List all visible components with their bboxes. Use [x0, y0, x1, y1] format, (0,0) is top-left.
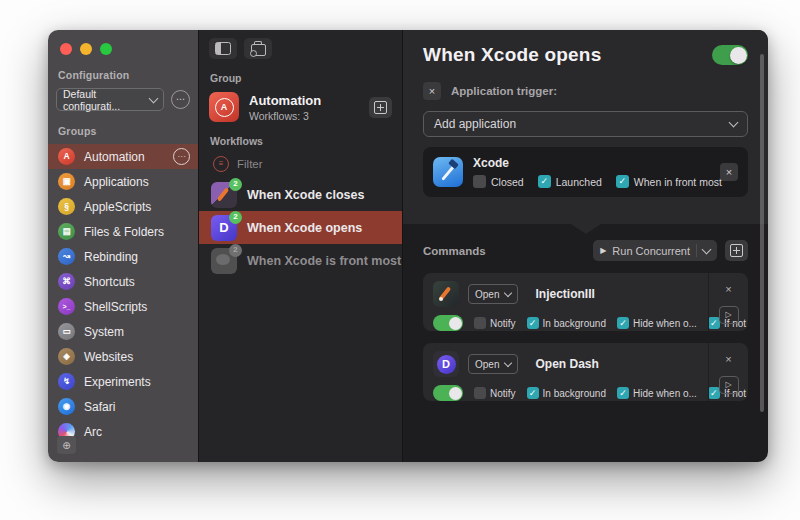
close-icon: ×	[429, 86, 435, 97]
desktop-background: Configuration Default configurati... ⋯ G…	[0, 0, 800, 520]
trigger-label: Application trigger:	[451, 85, 557, 97]
count-badge: 2	[229, 211, 242, 224]
command-card-open-dash: D Open Open Dash ✓ Notify	[423, 343, 748, 401]
remove-command-button[interactable]: ×	[720, 350, 738, 368]
sidebar-item-experiments[interactable]: ↯ Experiments	[48, 369, 198, 394]
sidebar-item-shortcuts[interactable]: ⌘ Shortcuts	[48, 269, 198, 294]
test-run-command-button[interactable]: ▷	[719, 376, 739, 394]
command-app-name: InjectionIII	[535, 287, 594, 301]
checkbox-when-in-front-most[interactable]: ✓ When in front most	[616, 175, 722, 188]
chevron-down-icon	[702, 244, 712, 254]
group-summary: A Automation Workflows: 3	[209, 92, 392, 122]
play-icon: ▶	[600, 246, 606, 255]
configuration-menu-button[interactable]: ⋯	[171, 90, 190, 109]
command-app-name: Open Dash	[535, 357, 598, 371]
checkbox-notify[interactable]: ✓ Notify	[474, 317, 516, 329]
count-badge: 2	[229, 178, 242, 191]
automation-group-icon: A	[209, 92, 239, 122]
close-icon: ×	[726, 167, 732, 178]
checkbox-in-background[interactable]: ✓ In background	[527, 387, 606, 399]
commands-section: Commands ▶ Run Concurrent Open	[403, 240, 768, 401]
workflow-folder-button[interactable]	[244, 38, 272, 59]
chevron-down-icon	[504, 289, 512, 297]
experiments-icon: ↯	[58, 373, 75, 390]
workflow-enabled-toggle[interactable]	[712, 45, 748, 65]
websites-icon: ◈	[58, 348, 75, 365]
add-icon	[730, 244, 743, 257]
remove-app-button[interactable]: ×	[720, 163, 738, 181]
remove-trigger-button[interactable]: ×	[423, 82, 441, 100]
applications-icon: ▣	[58, 173, 75, 190]
command-action-select[interactable]: Open	[468, 354, 518, 374]
command-enabled-toggle[interactable]	[433, 315, 463, 331]
workflow-item-when-xcode-opens[interactable]: D 2 When Xcode opens	[199, 211, 402, 244]
workflow-title: When Xcode opens	[423, 44, 601, 66]
sidebar-item-automation[interactable]: A Automation ⋯	[48, 144, 198, 169]
folders-icon: ▤	[58, 223, 75, 240]
sidebar-item-system[interactable]: ▭ System	[48, 319, 198, 344]
trigger-app-name: Xcode	[473, 156, 710, 170]
add-group-button[interactable]: ⊕	[57, 436, 76, 454]
workflow-item-when-xcode-front-most[interactable]: 2 When Xcode is front most	[199, 244, 402, 277]
add-application-select[interactable]: Add application	[423, 111, 748, 137]
rebinding-icon: ↝	[58, 248, 75, 265]
group-panel: Group A Automation Workflows: 3 Workflow…	[198, 30, 403, 462]
count-badge: 2	[229, 244, 242, 257]
sidebar-item-safari[interactable]: ◉ Safari	[48, 394, 198, 419]
shortcuts-icon: ⌘	[58, 273, 75, 290]
command-action-select[interactable]: Open	[468, 284, 518, 304]
sidebar-item-applescripts[interactable]: § AppleScripts	[48, 194, 198, 219]
filter-placeholder: Filter	[237, 158, 263, 170]
automation-icon: A	[58, 148, 75, 165]
sidebar-item-websites[interactable]: ◈ Websites	[48, 344, 198, 369]
configuration-select[interactable]: Default configurati...	[56, 88, 164, 111]
zoom-window-button[interactable]	[100, 43, 112, 55]
test-run-command-button[interactable]: ▷	[719, 306, 739, 324]
workflow-filter[interactable]: ≡ Filter	[213, 156, 402, 172]
minimize-window-button[interactable]	[80, 43, 92, 55]
commands-label: Commands	[423, 245, 585, 257]
checkbox-icon: ✓	[527, 317, 539, 329]
checkbox-icon: ✓	[473, 175, 486, 188]
chevron-down-icon	[729, 118, 739, 128]
checkbox-icon: ✓	[474, 317, 486, 329]
group-options-button[interactable]: ⋯	[173, 148, 190, 165]
workflow-detail-panel: When Xcode opens × Application trigger: …	[403, 30, 768, 462]
add-icon	[374, 101, 387, 114]
sidebar-item-rebinding[interactable]: ↝ Rebinding	[48, 244, 198, 269]
checkbox-hide-when-others[interactable]: ✓ Hide when o...	[617, 317, 697, 329]
shellscripts-icon: >_	[58, 298, 75, 315]
sidebar-item-files-folders[interactable]: ▤ Files & Folders	[48, 219, 198, 244]
workflow-item-when-xcode-closes[interactable]: 2 When Xcode closes	[199, 178, 402, 211]
close-window-button[interactable]	[60, 43, 72, 55]
sidebar-item-applications[interactable]: ▣ Applications	[48, 169, 198, 194]
filter-icon: ≡	[213, 156, 229, 172]
scrollbar-thumb[interactable]	[760, 54, 764, 412]
group-section-label: Group	[199, 72, 402, 84]
injectioniii-app-icon: 2	[211, 182, 237, 208]
sidebar-toggle-icon	[215, 42, 231, 55]
checkbox-closed[interactable]: ✓ Closed	[473, 175, 524, 188]
xcode-app-icon	[433, 157, 463, 187]
injectioniii-app-icon	[433, 281, 459, 307]
sidebar-item-shellscripts[interactable]: >_ ShellScripts	[48, 294, 198, 319]
add-workflow-button[interactable]	[369, 97, 392, 118]
checkbox-in-background[interactable]: ✓ In background	[527, 317, 606, 329]
groups-list: A Automation ⋯ ▣ Applications § AppleScr…	[48, 144, 198, 444]
app-window: Configuration Default configurati... ⋯ G…	[48, 30, 768, 462]
remove-command-button[interactable]: ×	[720, 280, 738, 298]
command-enabled-toggle[interactable]	[433, 385, 463, 401]
sidebar: Configuration Default configurati... ⋯ G…	[48, 30, 198, 462]
close-icon: ×	[725, 354, 731, 365]
trigger-app-card: Xcode ✓ Closed ✓ Launched ✓ When in fron	[423, 147, 748, 197]
dash-app-icon: D 2	[211, 215, 237, 241]
close-icon: ×	[725, 284, 731, 295]
toggle-sidebar-button[interactable]	[209, 38, 237, 59]
checkbox-notify[interactable]: ✓ Notify	[474, 387, 516, 399]
traffic-lights	[48, 40, 198, 55]
ellipsis-icon: ⋯	[178, 153, 186, 161]
add-command-button[interactable]	[725, 240, 748, 261]
checkbox-hide-when-others[interactable]: ✓ Hide when o...	[617, 387, 697, 399]
checkbox-launched[interactable]: ✓ Launched	[538, 175, 602, 188]
run-concurrent-button[interactable]: ▶ Run Concurrent	[593, 240, 717, 261]
